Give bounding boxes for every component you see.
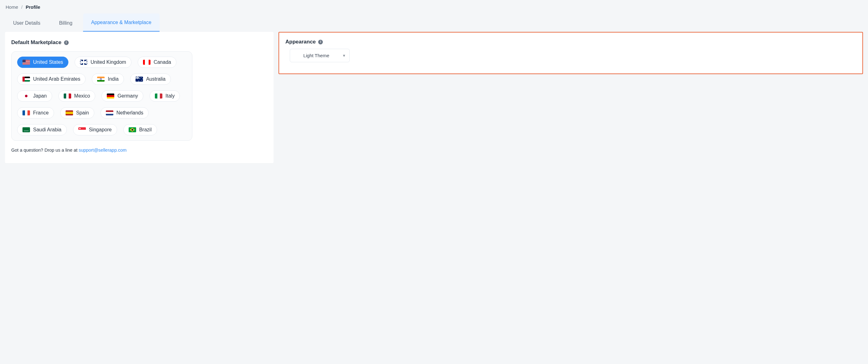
- marketplace-chip-label: Singapore: [89, 127, 112, 133]
- breadcrumb-separator: /: [21, 4, 23, 10]
- marketplace-chip-label: France: [33, 110, 49, 116]
- marketplace-chip-in[interactable]: India: [92, 74, 124, 85]
- tab-appearance-marketplace[interactable]: Appearance & Marketplace: [83, 13, 160, 32]
- flag-au-icon: [135, 77, 143, 82]
- marketplace-chip-it[interactable]: Italy: [150, 90, 180, 102]
- marketplace-chip-sg[interactable]: Singapore: [73, 124, 117, 135]
- marketplace-chip-jp[interactable]: Japan: [17, 90, 52, 102]
- help-prefix: Got a question? Drop us a line at: [11, 148, 79, 152]
- profile-tabs: User Details Billing Appearance & Market…: [5, 13, 863, 32]
- info-icon[interactable]: i: [64, 40, 69, 45]
- breadcrumb-home[interactable]: Home: [6, 4, 18, 10]
- marketplace-chip-au[interactable]: Australia: [130, 74, 171, 85]
- marketplace-chip-label: Spain: [76, 110, 89, 116]
- marketplace-chip-label: United Arab Emirates: [33, 76, 80, 82]
- breadcrumb-current: Profile: [26, 4, 40, 10]
- marketplace-chip-label: Netherlands: [117, 110, 143, 116]
- marketplace-chip-nl[interactable]: Netherlands: [100, 107, 149, 118]
- marketplace-chip-uk[interactable]: United Kingdom: [74, 57, 131, 68]
- marketplace-chip-de[interactable]: Germany: [101, 90, 143, 102]
- marketplace-chip-mx[interactable]: Mexico: [58, 90, 96, 102]
- flag-jp-icon: [23, 93, 30, 99]
- flag-mx-icon: [64, 93, 71, 99]
- tab-user-details[interactable]: User Details: [5, 14, 49, 32]
- flag-in-icon: [97, 77, 104, 82]
- marketplace-chip-label: Italy: [165, 93, 175, 99]
- marketplace-chip-label: United States: [33, 59, 63, 65]
- flag-it-icon: [155, 93, 162, 99]
- help-text: Got a question? Drop us a line at suppor…: [11, 148, 267, 152]
- tab-billing[interactable]: Billing: [51, 14, 81, 32]
- marketplace-chip-es[interactable]: Spain: [60, 107, 94, 118]
- theme-select[interactable]: Light Theme: [290, 49, 350, 62]
- marketplace-title: Default Marketplace: [11, 39, 62, 46]
- marketplace-chip-ca[interactable]: Canada: [138, 57, 177, 68]
- flag-fr-icon: [23, 110, 30, 115]
- marketplace-chip-label: United Kingdom: [91, 59, 126, 65]
- marketplace-chip-label: Germany: [117, 93, 138, 99]
- flag-nl-icon: [106, 110, 113, 115]
- flag-br-icon: [129, 127, 136, 132]
- breadcrumb: Home / Profile: [5, 4, 863, 13]
- support-email-link[interactable]: support@sellerapp.com: [79, 148, 126, 152]
- appearance-title: Appearance: [285, 39, 316, 45]
- marketplace-chip-fr[interactable]: France: [17, 107, 54, 118]
- flag-uk-icon: [80, 60, 87, 65]
- flag-us-icon: [23, 60, 30, 65]
- marketplace-list: United StatesUnited KingdomCanadaUnited …: [11, 51, 192, 141]
- marketplace-chip-label: Canada: [154, 59, 171, 65]
- marketplace-chip-label: Mexico: [74, 93, 90, 99]
- marketplace-chip-br[interactable]: Brazil: [123, 124, 157, 135]
- flag-sg-icon: [79, 127, 86, 132]
- marketplace-chip-label: Australia: [146, 76, 165, 82]
- flag-ca-icon: [143, 60, 151, 65]
- info-icon[interactable]: i: [318, 40, 323, 45]
- marketplace-chip-us[interactable]: United States: [17, 57, 68, 68]
- marketplace-chip-sa[interactable]: Saudi Arabia: [17, 124, 67, 135]
- marketplace-chip-label: Saudi Arabia: [33, 127, 62, 133]
- flag-de-icon: [107, 93, 114, 99]
- flag-es-icon: [66, 110, 73, 115]
- appearance-card: Appearance i Light Theme ▼: [279, 32, 863, 74]
- marketplace-chip-label: Japan: [33, 93, 47, 99]
- flag-sa-icon: [23, 127, 30, 132]
- default-marketplace-card: Default Marketplace i United StatesUnite…: [5, 32, 274, 163]
- marketplace-chip-label: India: [108, 76, 119, 82]
- flag-ae-icon: [23, 77, 30, 82]
- marketplace-chip-label: Brazil: [139, 127, 152, 133]
- marketplace-chip-ae[interactable]: United Arab Emirates: [17, 74, 86, 85]
